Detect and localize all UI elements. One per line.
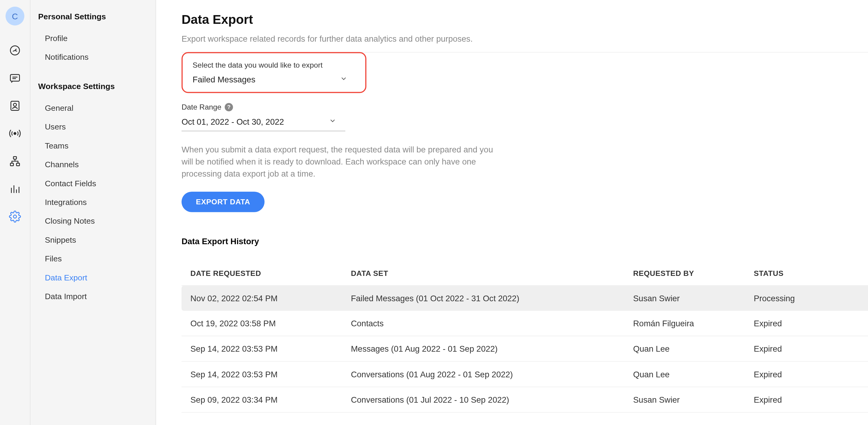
cell-by: Quan Lee <box>633 344 754 353</box>
col-status: STATUS <box>754 269 868 278</box>
cell-status: Expired <box>754 344 868 353</box>
export-note: When you submit a data export request, t… <box>182 143 502 179</box>
table-header: DATE REQUESTED DATA SET REQUESTED BY STA… <box>182 262 868 286</box>
sidebar-item-integrations[interactable]: Integrations <box>38 193 156 211</box>
export-data-button[interactable]: EXPORT DATA <box>182 192 265 212</box>
cell-by: Susan Swier <box>633 294 754 303</box>
icon-rail: C <box>0 0 30 425</box>
broadcast-icon[interactable] <box>9 128 21 139</box>
sidebar-item-data-export[interactable]: Data Export <box>38 268 156 287</box>
cell-date: Nov 02, 2022 02:54 PM <box>190 294 351 303</box>
sidebar-item-files[interactable]: Files <box>38 249 156 268</box>
data-type-selector-highlight: Select the data you would like to export… <box>182 52 367 93</box>
cell-set: Messages (01 Aug 2022 - 01 Sep 2022) <box>351 344 633 353</box>
page-description: Export workspace related records for fur… <box>182 34 868 43</box>
table-row[interactable]: Oct 19, 2022 03:58 PM Contacts Román Fil… <box>182 311 868 336</box>
data-type-select[interactable]: Failed Messages <box>193 75 348 84</box>
cell-date: Sep 14, 2022 03:53 PM <box>190 344 351 353</box>
svg-rect-9 <box>10 163 13 166</box>
col-data-set: DATA SET <box>351 269 633 278</box>
col-requested-by: REQUESTED BY <box>633 269 754 278</box>
table-row[interactable]: Nov 02, 2022 02:54 PM Failed Messages (0… <box>182 286 868 311</box>
dashboard-icon[interactable] <box>9 45 21 56</box>
workspace-settings-title: Workspace Settings <box>38 82 156 91</box>
cell-date: Sep 09, 2022 03:34 PM <box>190 395 351 404</box>
date-range-select[interactable]: Oct 01, 2022 - Oct 30, 2022 <box>182 117 337 126</box>
settings-icon[interactable] <box>9 210 21 223</box>
cell-by: Susan Swier <box>633 395 754 404</box>
col-date-requested: DATE REQUESTED <box>190 269 351 278</box>
select-data-label: Select the data you would like to export <box>193 61 355 69</box>
sidebar-item-profile[interactable]: Profile <box>38 29 156 47</box>
sidebar-item-general[interactable]: General <box>38 99 156 117</box>
svg-rect-2 <box>10 75 19 81</box>
sidebar-item-channels[interactable]: Channels <box>38 155 156 174</box>
history-title: Data Export History <box>182 237 259 246</box>
cell-set: Conversations (01 Aug 2022 - 01 Sep 2022… <box>351 369 633 379</box>
svg-rect-10 <box>17 163 20 166</box>
svg-rect-5 <box>11 101 19 110</box>
cell-status: Expired <box>754 395 868 404</box>
cell-status: Processing <box>754 294 868 303</box>
main-content: Data Export Export workspace related rec… <box>156 0 868 425</box>
cell-date: Oct 19, 2022 03:58 PM <box>190 319 351 328</box>
pagination: Rows per page: 25 1-5 of 5 <box>182 424 868 425</box>
cell-set: Failed Messages (01 Oct 2022 - 31 Oct 20… <box>351 294 633 303</box>
reports-icon[interactable] <box>9 183 21 195</box>
sidebar-item-teams[interactable]: Teams <box>38 136 156 155</box>
help-tooltip-icon[interactable]: ? <box>225 103 233 111</box>
workspace-avatar[interactable]: C <box>5 7 24 25</box>
sidebar-item-users[interactable]: Users <box>38 117 156 136</box>
table-row[interactable]: Sep 14, 2022 03:53 PM Messages (01 Aug 2… <box>182 336 868 362</box>
workflow-icon[interactable] <box>9 155 21 167</box>
chevron-down-icon <box>329 117 337 126</box>
table-row[interactable]: Sep 14, 2022 03:53 PM Conversations (01 … <box>182 362 868 387</box>
svg-rect-8 <box>13 157 16 159</box>
cell-status: Expired <box>754 319 868 328</box>
date-range-value: Oct 01, 2022 - Oct 30, 2022 <box>182 117 284 126</box>
sidebar-item-notifications[interactable]: Notifications <box>38 48 156 66</box>
cell-set: Conversations (01 Jul 2022 - 10 Sep 2022… <box>351 395 633 404</box>
personal-settings-title: Personal Settings <box>38 12 156 21</box>
cell-set: Contacts <box>351 319 633 328</box>
svg-point-6 <box>13 103 16 106</box>
cell-date: Sep 14, 2022 03:53 PM <box>190 369 351 379</box>
cell-by: Quan Lee <box>633 369 754 379</box>
data-type-value: Failed Messages <box>193 75 255 84</box>
contacts-icon[interactable] <box>9 100 21 112</box>
sidebar-item-closing-notes[interactable]: Closing Notes <box>38 211 156 230</box>
cell-by: Román Filgueira <box>633 319 754 328</box>
sidebar-item-snippets[interactable]: Snippets <box>38 230 156 249</box>
chevron-down-icon <box>340 75 348 84</box>
sidebar-item-data-import[interactable]: Data Import <box>38 287 156 306</box>
svg-point-7 <box>14 133 16 135</box>
settings-sidebar: Personal Settings Profile Notifications … <box>30 0 156 425</box>
page-title: Data Export <box>182 12 868 27</box>
svg-line-1 <box>15 49 17 50</box>
date-range-label: Date Range ? <box>182 103 345 111</box>
cell-status: Expired <box>754 369 868 379</box>
messages-icon[interactable] <box>9 72 21 84</box>
sidebar-item-contact-fields[interactable]: Contact Fields <box>38 174 156 193</box>
table-row[interactable]: Sep 09, 2022 03:34 PM Conversations (01 … <box>182 387 868 413</box>
svg-point-15 <box>13 215 16 218</box>
history-table: DATE REQUESTED DATA SET REQUESTED BY STA… <box>182 262 868 413</box>
